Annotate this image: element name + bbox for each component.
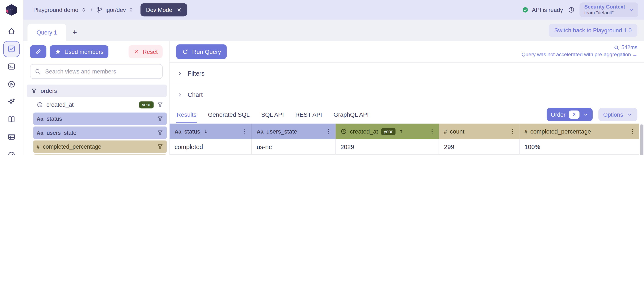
column-menu-icon[interactable] (242, 128, 248, 135)
order-button[interactable]: Order 2 (547, 108, 593, 121)
tab-generated-sql[interactable]: Generated SQL (208, 106, 250, 123)
funnel-icon (31, 88, 38, 94)
options-button[interactable]: Options (598, 108, 638, 121)
query-duration: 542ms (522, 44, 638, 50)
api-status-label: API is ready (532, 6, 563, 13)
add-query-tab-button[interactable]: + (66, 24, 83, 41)
nav-home-button[interactable] (3, 24, 20, 40)
chevron-right-icon (177, 92, 183, 98)
chevron-down-icon (627, 112, 632, 117)
column-header-status[interactable]: Aa status (170, 124, 252, 139)
path-separator: / (91, 6, 92, 13)
column-menu-icon[interactable] (509, 128, 516, 135)
home-icon (8, 27, 16, 36)
table-row[interactable]: completedus-ne2029124100% (170, 155, 639, 155)
security-context-button[interactable]: Security Context team:"default" (580, 2, 638, 18)
filters-section-toggle[interactable]: Filters (170, 63, 644, 84)
nav-data-model-button[interactable] (3, 129, 20, 145)
table-icon (8, 133, 16, 141)
table-cell: 299 (439, 139, 520, 154)
switch-back-button[interactable]: Switch back to Playground 1.0 (548, 24, 638, 37)
run-query-button[interactable]: Run Query (176, 44, 226, 59)
cube-playground-app: Playground demo / igor/dev Dev Mode API … (0, 0, 644, 155)
column-header-users-state[interactable]: Aa users_state (252, 124, 336, 139)
project-selector[interactable]: Playground demo (33, 6, 86, 13)
column-header-completed-percentage[interactable]: # completed_percentage (520, 124, 639, 139)
nav-run-button[interactable] (3, 76, 20, 92)
table-row[interactable]: completedus-nc2029299100% (170, 139, 639, 155)
filter-icon[interactable] (157, 101, 164, 108)
star-icon (54, 48, 61, 55)
table-cell: 124 (439, 155, 520, 155)
edit-query-button[interactable] (30, 45, 46, 58)
query-tab-label: Query 1 (37, 29, 57, 36)
book-icon (8, 115, 16, 124)
member-name: users_state (47, 129, 76, 136)
table-cell: us-nc (252, 139, 336, 154)
tab-query-1[interactable]: Query 1 (28, 24, 66, 41)
dimension-type-icon: Aa (37, 116, 44, 122)
chevron-up-down-icon (81, 7, 86, 13)
chart-section-toggle[interactable]: Chart (170, 84, 644, 105)
member-search[interactable] (30, 64, 163, 79)
dimension-type-icon: Aa (256, 128, 264, 134)
measure-type-icon: # (37, 144, 40, 150)
sort-desc-icon[interactable] (203, 129, 209, 134)
branch-selector[interactable]: igor/dev (96, 6, 134, 13)
chevron-down-icon (583, 112, 588, 117)
table-vertical-scrollbar[interactable] (640, 124, 644, 155)
member-row-count[interactable]: # count (33, 154, 167, 155)
topbar-right: API is ready Security Context team:"defa… (522, 2, 638, 18)
column-menu-icon[interactable] (325, 128, 332, 135)
nav-docs-button[interactable] (3, 112, 20, 127)
table-cell: completed (170, 155, 252, 155)
member-search-input[interactable] (44, 68, 158, 75)
filter-icon[interactable] (157, 129, 164, 136)
table-cell: completed (170, 139, 252, 154)
search-icon (34, 68, 41, 75)
topbar: Playground demo / igor/dev Dev Mode API … (24, 0, 644, 20)
member-name: created_at (46, 101, 74, 108)
tab-results[interactable]: Results (176, 106, 197, 123)
cube-orders[interactable]: orders (26, 84, 167, 97)
nav-terminal-button[interactable] (3, 58, 20, 74)
check-circle-icon (522, 6, 529, 13)
dev-mode-badge[interactable]: Dev Mode (140, 3, 187, 16)
column-header-count[interactable]: # count (439, 124, 520, 139)
clock-icon (37, 101, 43, 108)
granularity-badge[interactable]: year (381, 128, 396, 135)
filter-icon[interactable] (157, 143, 164, 150)
close-icon[interactable] (176, 7, 182, 13)
gauge-icon (8, 150, 16, 155)
nav-ai-button[interactable] (3, 94, 20, 110)
member-row-completed-percentage[interactable]: # completed_percentage (33, 140, 167, 153)
used-members-button[interactable]: Used members (50, 45, 108, 58)
member-row-created-at[interactable]: created_at year (33, 98, 167, 111)
sort-asc-icon[interactable] (398, 129, 404, 134)
info-icon[interactable] (568, 6, 574, 13)
tab-sql-api[interactable]: SQL API (261, 106, 284, 123)
security-context-title: Security Context (584, 4, 625, 10)
workspace: Used members Reset orders (24, 41, 644, 155)
table-cell: us-ne (252, 155, 336, 155)
measure-type-icon: # (524, 128, 528, 134)
granularity-badge[interactable]: year (139, 101, 154, 108)
nav-playground-button[interactable] (3, 41, 20, 57)
member-row-status[interactable]: Aa status (33, 112, 167, 125)
column-menu-icon[interactable] (429, 128, 435, 135)
tab-rest-api[interactable]: REST API (295, 106, 322, 123)
cube-logo-icon[interactable] (5, 3, 18, 16)
play-circle-icon (8, 80, 16, 88)
scrollbar-thumb[interactable] (640, 124, 643, 155)
filter-icon[interactable] (157, 116, 164, 122)
project-name: Playground demo (33, 6, 78, 13)
preaggregation-note[interactable]: Query was not accelerated with pre-aggre… (522, 52, 638, 58)
member-row-users-state[interactable]: Aa users_state (33, 126, 167, 139)
tab-graphql-api[interactable]: GraphQL API (333, 106, 369, 123)
nav-performance-button[interactable] (3, 146, 20, 155)
column-menu-icon[interactable] (629, 128, 636, 135)
column-header-created-at[interactable]: created_at year (336, 124, 439, 139)
table-header-row: Aa status Aa users_state created (170, 124, 639, 139)
reset-button[interactable]: Reset (129, 45, 162, 58)
refresh-icon (182, 48, 188, 55)
